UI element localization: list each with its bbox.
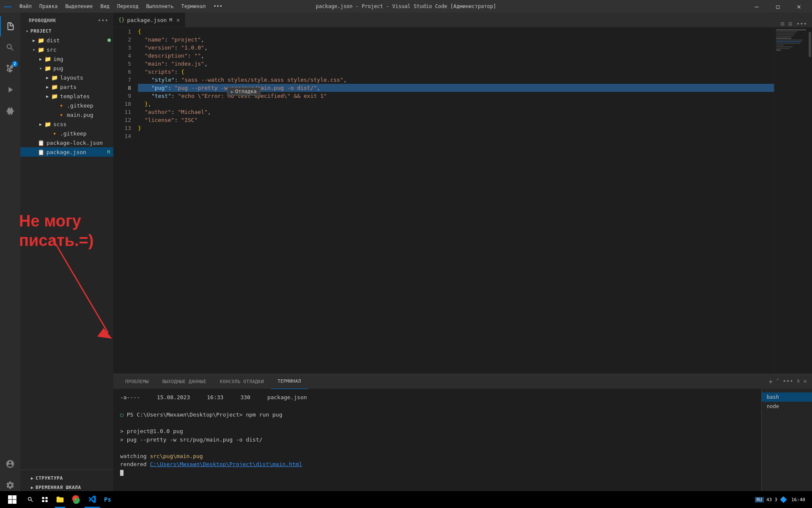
source-control-icon[interactable]: 2 [0, 58, 20, 79]
debug-tooltip: ▶ Отладка [227, 87, 261, 96]
accounts-icon[interactable] [0, 454, 20, 474]
tab-output[interactable]: ВЫХОДНЫЕ ДАННЫЕ [156, 374, 213, 389]
line-num-9: 9 [117, 92, 131, 100]
menu-edit[interactable]: Правка [36, 3, 61, 10]
tab-debug-console[interactable]: КОНСОЛЬ ОТЛАДКИ [213, 374, 271, 389]
files-icon[interactable] [0, 16, 20, 36]
templates-arrow: ▶ [44, 93, 51, 99]
menu-goto[interactable]: Переход [114, 3, 142, 10]
titlebar-controls: — ◻ ✕ [747, 0, 809, 13]
layouts-label: layouts [60, 75, 113, 81]
package-json-modified: M [107, 149, 110, 155]
bash-session[interactable]: bash [762, 392, 812, 402]
split-editor-icon[interactable]: ⊟ [781, 20, 784, 27]
maximize-button[interactable]: ◻ [768, 0, 787, 13]
package-lock-icon: 📋 [37, 139, 45, 146]
tree-item-gitkeep-pug[interactable]: ▶ 🔸 .gitkeep [20, 101, 113, 110]
code-line-7: "style": "sass --watch styles/style.sass… [138, 76, 774, 84]
close-button[interactable]: ✕ [789, 0, 809, 13]
terminal-prompt-line: ○ PS C:\Users\Михаил\Desktop\Project> np… [120, 411, 754, 419]
run-icon[interactable] [0, 80, 20, 100]
windows-start-button[interactable] [2, 491, 23, 508]
taskbar-photoshop[interactable]: Ps [101, 491, 115, 508]
minimize-button[interactable]: — [747, 0, 766, 13]
close-panel-icon[interactable]: ✕ [804, 378, 807, 386]
taskbar-vscode[interactable] [85, 491, 100, 508]
menu-terminal[interactable]: Терминал [178, 3, 209, 10]
tree-item-main-pug[interactable]: ▶ 🔸 main.pug [20, 110, 113, 119]
tree-item-package-lock[interactable]: ▶ 📋 package-lock.json [20, 138, 113, 147]
tree-item-src[interactable]: ▾ 📁 src [20, 45, 113, 54]
minimap-line [776, 43, 800, 44]
taskbar-lang[interactable]: RU [755, 497, 764, 502]
taskbar-chrome[interactable] [69, 491, 84, 508]
structure-item[interactable]: ▶ СТРУКТУРА [20, 473, 113, 483]
tree-item-scss[interactable]: ▶ 📁 scss [20, 119, 113, 129]
editor-layout-icon[interactable]: ⊡ [788, 20, 792, 27]
watching-path: src\pug\main.pug [150, 453, 203, 459]
taskbar-search[interactable] [24, 491, 37, 508]
panel-tabs-right: + ⌃ ••• ∧ ✕ [769, 378, 807, 386]
menu-selection[interactable]: Выделение [62, 3, 96, 10]
tab-close-button[interactable]: ✕ [176, 17, 180, 23]
minimap-line [776, 41, 801, 42]
line-num-7: 7 [117, 76, 131, 84]
taskbar-task-view[interactable] [38, 491, 52, 508]
editor-scrollbar[interactable] [808, 28, 812, 374]
structure-arrow: ▶ [29, 475, 36, 481]
project-root[interactable]: ▾ PROJECT [20, 26, 113, 36]
tree-item-parts[interactable]: ▶ 📁 parts [20, 82, 113, 91]
minimap-line [776, 48, 790, 49]
menu-run[interactable]: Выполнить [143, 3, 177, 10]
editor-scrollbar-thumb[interactable] [809, 32, 811, 57]
img-folder-icon: 📁 [44, 55, 52, 63]
scss-folder-icon: 📁 [44, 120, 52, 128]
minimap-line [776, 46, 793, 47]
tree-item-img[interactable]: ▶ 📁 img [20, 54, 113, 64]
more-terminal-icon[interactable]: ••• [782, 378, 793, 386]
tree-item-package-json[interactable]: ▶ 📋 package.json M [20, 147, 113, 157]
menu-more[interactable]: ••• [210, 3, 226, 10]
new-terminal-icon[interactable]: + [769, 378, 773, 386]
terminal-table-row: -a---- 15.08.2023 16:33 330 package.json [120, 392, 754, 403]
tab-terminal[interactable]: ТЕРМИНАЛ [271, 374, 308, 389]
tree-item-templates[interactable]: ▶ 📁 templates [20, 91, 113, 101]
terminal-content[interactable]: -a---- 15.08.2023 16:33 330 package.json… [113, 389, 761, 499]
line-num-1: 1 [117, 28, 131, 36]
extensions-icon[interactable] [0, 101, 20, 121]
tree-item-gitkeep-src[interactable]: ▶ 🔸 .gitkeep [20, 129, 113, 138]
line-num-14: 14 [117, 132, 131, 140]
file-name: package.json [267, 393, 307, 402]
menu-view[interactable]: Вид [97, 3, 113, 10]
tree-item-dist[interactable]: ▶ 📁 dist [20, 36, 113, 45]
code-content[interactable]: { "name": "project", "version": "1.0.0",… [134, 28, 774, 374]
search-icon[interactable] [0, 37, 20, 58]
tab-modified-badge: M [169, 17, 172, 23]
sidebar-title: ПРОВОДНИК [29, 18, 56, 23]
scss-label: scss [53, 121, 113, 127]
line-num-12: 12 [117, 116, 131, 124]
sidebar-more-icon[interactable]: ••• [98, 17, 108, 24]
titlebar-left: ⸻ Файл Правка Выделение Вид Переход Выпо… [3, 2, 226, 11]
node-session[interactable]: node [762, 402, 812, 411]
split-terminal-icon[interactable]: ⌃ [776, 378, 779, 386]
menu-file[interactable]: Файл [16, 3, 35, 10]
taskbar-clock[interactable]: 16:40 [790, 497, 807, 502]
tab-problems[interactable]: ПРОБЛЕМЫ [118, 374, 156, 389]
tab-package-json[interactable]: {} package.json M ✕ [113, 13, 185, 27]
svg-rect-2 [42, 497, 44, 499]
line-num-4: 4 [117, 52, 131, 60]
timeline-item[interactable]: ▶ ВРЕМЕННАЯ ШКАЛА [20, 483, 113, 492]
vscode-logo: ⸻ [3, 2, 11, 11]
code-line-1: { [138, 28, 774, 36]
svg-line-0 [53, 239, 108, 332]
tree-item-pug[interactable]: ▾ 📁 pug [20, 64, 113, 73]
maximize-panel-icon[interactable]: ∧ [797, 378, 800, 386]
bluetooth-icon[interactable]: 🔷 [780, 496, 787, 503]
taskbar-file-explorer[interactable] [52, 491, 68, 508]
minimap-line [776, 29, 806, 30]
tree-item-layouts[interactable]: ▶ 📁 layouts [20, 73, 113, 82]
main-pug-icon: 🔸 [58, 111, 65, 119]
more-actions-icon[interactable]: ••• [796, 20, 807, 27]
code-line-11: "author": "Michael", [138, 108, 774, 116]
